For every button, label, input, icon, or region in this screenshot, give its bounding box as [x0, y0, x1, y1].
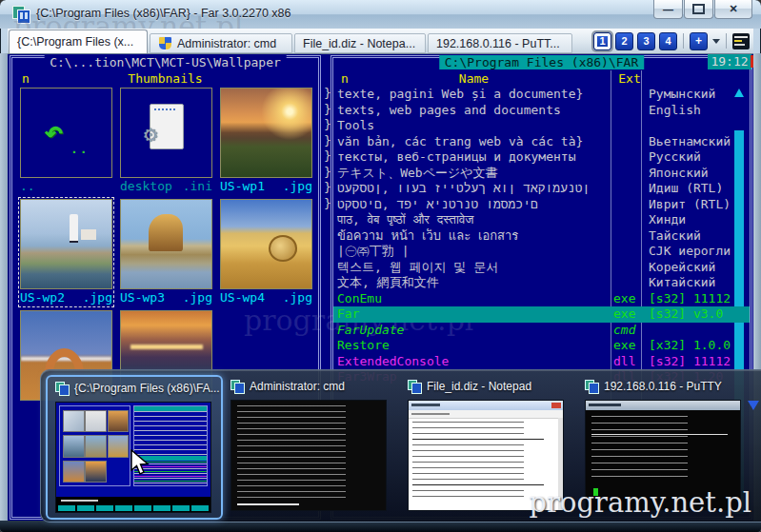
tab-putty[interactable]: 192.168.0.116 - PuTT... [428, 33, 572, 53]
file-row-cursor[interactable]: Farexe[s32] v3.0 [333, 306, 750, 323]
conemu-window: {C:\Program Files (x86)\FAR} - Far 3.0.2… [0, 0, 761, 532]
file-row[interactable]: |㊀㈜丅㔜 |CJK иерогли [333, 244, 750, 260]
file-cell-up[interactable]: ↶.. .. [20, 88, 112, 194]
left-panel-header: Thumbnails [20, 71, 310, 87]
mouse-cursor [130, 449, 150, 482]
maximize-icon [692, 4, 705, 14]
file-list: texte, pagini Web și a documente}Румынск… [333, 87, 750, 385]
file-row[interactable]: טעקסטן, וועב זייטלעך און דאקומענטןИдиш (… [333, 181, 750, 197]
up-folder-icon: ↶.. [21, 89, 111, 177]
title-bar[interactable]: {C:\Program Files (x86)\FAR} - Far 3.0.2… [0, 0, 761, 29]
name-column-header: Name [337, 71, 611, 87]
thumbnail-lighthouse-photo [21, 200, 111, 288]
thumbnail-sunset-photo [221, 89, 311, 177]
console-3-button[interactable]: 3 [637, 32, 655, 50]
conemu-icon [230, 380, 244, 393]
right-panel-path: C:\Program Files (x86)\FAR [439, 55, 645, 69]
conemu-app-icon [12, 6, 30, 23]
window-left-border [0, 53, 8, 521]
uac-shield-icon [158, 36, 172, 50]
putty-preview [585, 400, 741, 511]
tab-bar: {C:\Program Files (x... Administrator: c… [8, 29, 753, 54]
file-row[interactable]: FarUpdatecmd [333, 323, 750, 339]
file-row[interactable]: 텍스트, 웹 페이지 및 문서Корейский [333, 260, 750, 276]
tab-far[interactable]: {C:\Program Files (x... [9, 30, 148, 53]
file-row[interactable]: văn bản, các trang web và các tà}Вьетнам… [333, 134, 750, 150]
scroll-down-icon[interactable] [748, 401, 759, 410]
tab-admin-cmd[interactable]: Administrator: cmd [150, 33, 292, 53]
console-switcher-overlay: {C:\Program Files (x86)\FA... [40, 369, 761, 522]
window-title: {C:\Program Files (x86)\FAR} - Far 3.0.2… [36, 7, 290, 20]
thumbnail-searock-photo [121, 200, 211, 288]
thumbnail-grid: ↶.. .. ⚙ desktop.ini US-wp1.jpg US-wp2.j… [20, 88, 312, 417]
file-cell-us-wp1[interactable]: US-wp1.jpg [220, 88, 312, 194]
switcher-tile-cmd[interactable]: Administrator: cmd [223, 375, 396, 516]
console-4-button[interactable]: 4 [659, 32, 677, 50]
far-clock: 19:12 [708, 54, 751, 69]
conemu-icon [55, 382, 69, 395]
file-cell-us-wp2[interactable]: US-wp2.jpg [20, 199, 112, 305]
left-panel-path: C:\...tion\MCT\MCT-US\Wallpaper [44, 55, 287, 69]
tab-toolbar: 1 2 3 4 + [593, 31, 750, 50]
new-console-dropdown-icon[interactable] [712, 39, 720, 44]
file-cell-us-wp3[interactable]: US-wp3.jpg [120, 199, 212, 305]
new-console-button[interactable]: + [690, 32, 708, 50]
thumbnail-haybale-photo [221, 200, 311, 288]
file-row[interactable]: texts, web pages and documentsEnglish [333, 103, 750, 119]
switcher-tile-putty[interactable]: 192.168.0.116 - PuTTY [577, 375, 751, 516]
file-row[interactable]: texte, pagini Web și a documente}Румынск… [333, 87, 750, 103]
file-row[interactable]: טקסטים, דפי אינטרנט ומסמכיםИврит (RTL) [333, 197, 750, 213]
file-row[interactable]: тексты, веб-страницы и документыРусский [333, 149, 750, 166]
file-row[interactable]: ข้อความ หน้า เว็บ และ เอกสารТайский [333, 228, 750, 245]
toolbar-separator [726, 33, 727, 49]
file-row[interactable]: पाठ, वेब पृष्ठों और दस्तावेजХинди [333, 212, 750, 228]
file-cell-desktop-ini[interactable]: ⚙ desktop.ini [120, 88, 212, 194]
toolbar-separator [683, 33, 684, 49]
file-row[interactable]: Tools [333, 118, 750, 134]
ini-file-icon: ⚙ [121, 89, 211, 177]
file-row[interactable]: ExtendedConsoledll[s32] 11112 [333, 354, 750, 370]
file-row[interactable]: テキスト、Webページや文書Японский [333, 166, 750, 182]
file-row[interactable]: ConEmuexe[s32] 11112 [333, 291, 750, 307]
file-row[interactable]: 文本, 網頁和文件Китайский [333, 275, 750, 291]
minimize-button[interactable]: — [653, 0, 683, 19]
close-button[interactable]: ✕ [714, 0, 752, 19]
file-cell-us-wp4[interactable]: US-wp4.jpg [220, 199, 312, 305]
console-2-button[interactable]: 2 [615, 32, 633, 50]
notepad-preview [408, 400, 564, 511]
cmd-preview [230, 400, 387, 511]
ext-column-header: Ext [615, 71, 644, 87]
conemu-icon [408, 380, 421, 393]
console-list-icon[interactable] [732, 33, 750, 49]
switcher-tile-far[interactable]: {C:\Program Files (x86)\FA... [46, 375, 223, 520]
switcher-tile-notepad[interactable]: File_id.diz - Notepad [400, 375, 573, 516]
console-1-button[interactable]: 1 [593, 32, 611, 50]
maximize-button[interactable] [684, 0, 713, 19]
tab-notepad[interactable]: File_id.diz - Notepa... [294, 33, 426, 53]
file-row[interactable]: Restoreexe[x32] 1.0.0 [333, 338, 750, 354]
conemu-icon [585, 380, 598, 393]
